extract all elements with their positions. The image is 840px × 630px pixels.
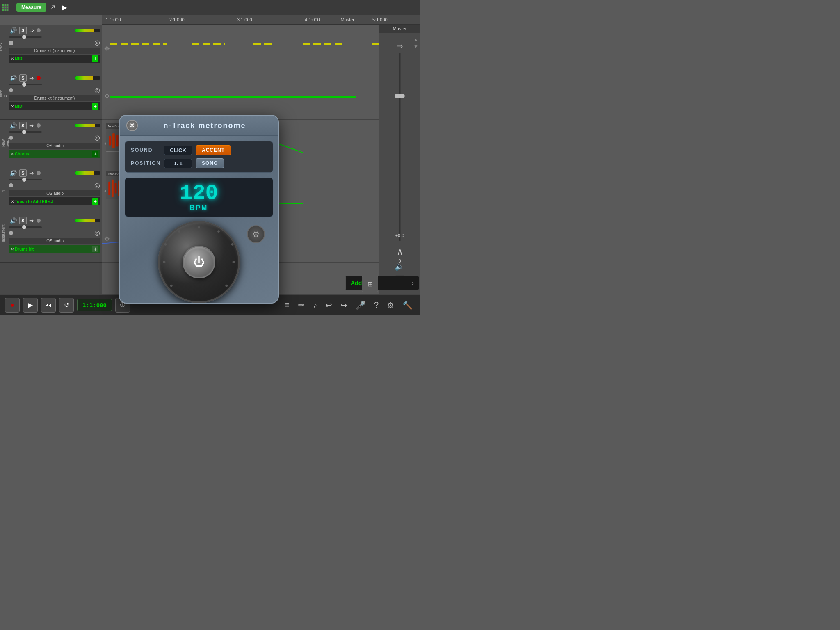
track-5-instrument[interactable]: iOS audio xyxy=(9,238,100,244)
master-db-label: +0.0 xyxy=(379,233,420,238)
metro-position-value[interactable]: 1. 1 xyxy=(164,159,192,168)
track-5-send[interactable]: ⇒ xyxy=(28,217,35,225)
track-2-label: Track 2 xyxy=(0,93,7,99)
track-4-send[interactable]: ⇒ xyxy=(28,169,35,177)
svg-point-53 xyxy=(163,261,166,263)
speaker-icon[interactable]: 🔈 xyxy=(395,261,405,271)
svg-rect-27 xyxy=(108,182,110,195)
rewind-button[interactable]: ⏮ xyxy=(41,298,56,313)
track-1-x[interactable]: ✕ xyxy=(11,57,14,61)
track-3-meter xyxy=(75,124,100,127)
loop-button[interactable]: ↺ xyxy=(59,298,74,313)
track-3-pan-knob[interactable]: ◎ xyxy=(94,134,100,142)
record-button[interactable]: ● xyxy=(5,298,20,313)
track-4-instrument[interactable]: iOS audio xyxy=(9,190,100,196)
track-5-mute[interactable]: 🔊 xyxy=(9,217,18,225)
master-fader-thumb[interactable] xyxy=(395,94,404,98)
track-1-midi-label: MIDI xyxy=(15,57,23,61)
svg-rect-2 xyxy=(112,133,115,148)
track-2-pan-knob[interactable]: ◎ xyxy=(94,86,100,94)
track-2-x[interactable]: ✕ xyxy=(11,104,14,109)
track-1-mute[interactable]: 🔊 xyxy=(9,26,18,34)
track-2-send[interactable]: ⇒ xyxy=(28,74,35,82)
note-icon[interactable]: ♪ xyxy=(313,300,317,310)
scroll-down-btn[interactable]: ▼ xyxy=(413,43,418,49)
track-1-label: Track 4 xyxy=(0,45,7,52)
tune-icon[interactable]: ∧ xyxy=(397,247,403,257)
metro-gear-button[interactable]: ⚙ xyxy=(247,225,265,243)
track-2-instrument[interactable]: Drums kit (Instrument) xyxy=(9,95,100,101)
track-row-1: ✥ xyxy=(102,25,420,72)
track-2-mute[interactable]: 🔊 xyxy=(9,74,18,82)
track-3-volume[interactable] xyxy=(9,131,42,133)
metro-song-button[interactable]: SONG xyxy=(196,158,224,168)
track-1-add-btn[interactable]: + xyxy=(92,55,98,62)
track-1-clip-1[interactable] xyxy=(110,43,167,45)
edit-icon[interactable]: ✏ xyxy=(298,300,305,310)
metro-accent-button[interactable]: ACCENT xyxy=(196,145,231,155)
track-1-solo[interactable]: S xyxy=(19,27,27,34)
metro-knob-area: ⏻ ⚙ xyxy=(125,221,273,303)
play-button[interactable]: ▶ xyxy=(23,298,38,313)
top-toolbar: Measure ↗ ▶ xyxy=(0,0,420,15)
track-3-fx-label: Chorus xyxy=(15,152,29,156)
scroll-up-btn[interactable]: ▲ xyxy=(413,37,418,43)
track-1-pan-knob[interactable]: ◎ xyxy=(94,39,100,46)
master-route-icon[interactable]: ⇒ xyxy=(396,41,403,51)
help-icon[interactable]: ? xyxy=(374,300,379,310)
track-4-solo[interactable]: S xyxy=(19,169,27,177)
track-2-volume[interactable] xyxy=(9,84,42,85)
track-4-pan-knob[interactable]: ◎ xyxy=(94,181,100,189)
svg-point-54 xyxy=(225,285,228,287)
track-1-clip-2[interactable] xyxy=(192,43,225,45)
track-1-send[interactable]: ⇒ xyxy=(28,26,35,34)
track-list-icon[interactable]: ≡ xyxy=(285,300,290,310)
gear-icon: ⚙ xyxy=(252,229,260,239)
arrow-icon[interactable]: ↗ xyxy=(50,3,56,12)
track-2-clip-green[interactable] xyxy=(110,96,356,98)
track-4-label: 4 xyxy=(1,188,5,194)
svg-point-48 xyxy=(217,230,220,233)
track-3-mute[interactable]: 🔊 xyxy=(9,121,18,130)
track-2-drag-handle: ✥ xyxy=(104,92,110,100)
track-1-drag-handle: ✥ xyxy=(104,44,110,52)
track-5-pan-knob[interactable]: ◎ xyxy=(94,229,100,237)
undo-icon[interactable]: ↩ xyxy=(325,300,332,310)
metro-tempo-knob[interactable]: ⏻ xyxy=(158,221,240,303)
track-2-solo[interactable]: S xyxy=(19,74,27,82)
track-control-2: Track 2 🔊 S ⇒ ◎ Drums xyxy=(0,72,102,120)
add-efx-row[interactable]: Add Efx › xyxy=(346,276,419,290)
track-5-x[interactable]: ✕ xyxy=(11,247,14,251)
metro-sound-value[interactable]: CLICK xyxy=(164,146,192,155)
mic-icon[interactable]: 🎤 xyxy=(356,300,366,310)
play-button[interactable]: ▶ xyxy=(62,3,67,12)
track-3-solo[interactable]: S xyxy=(19,122,27,129)
track-4-mute[interactable]: 🔊 xyxy=(9,169,18,177)
mixer-button[interactable]: ⊞ xyxy=(362,276,378,292)
track-1-instrument[interactable]: Drums kit (Instrument) xyxy=(9,48,100,54)
metro-position-row: POSITION 1. 1 SONG xyxy=(131,158,267,168)
track-3-instrument[interactable]: iOS audio xyxy=(9,143,100,149)
metro-close-button[interactable]: ✕ xyxy=(126,120,138,131)
track-1-clip-3[interactable] xyxy=(253,43,274,45)
track-5-volume[interactable] xyxy=(9,226,42,228)
track-5-add-btn[interactable]: + xyxy=(92,246,98,252)
track-5-solo[interactable]: S xyxy=(19,217,27,224)
track-4-volume[interactable] xyxy=(9,179,42,180)
track-1-volume[interactable] xyxy=(9,36,42,38)
track-2-add-btn[interactable]: + xyxy=(92,103,98,110)
track-4-x[interactable]: ✕ xyxy=(11,199,14,204)
track-3-send[interactable]: ⇒ xyxy=(28,121,35,130)
tools-icon[interactable]: 🔨 xyxy=(402,300,413,310)
measure-button[interactable]: Measure xyxy=(16,3,46,12)
svg-rect-1 xyxy=(109,136,111,145)
timeline-mark-1: 1:1:000 xyxy=(106,17,121,22)
redo-icon[interactable]: ↪ xyxy=(340,300,347,310)
track-1-clip-4[interactable] xyxy=(303,43,344,45)
track-4-add-btn[interactable]: + xyxy=(92,198,98,205)
metro-bpm-number[interactable]: 120 xyxy=(130,183,268,204)
settings-icon[interactable]: ⚙ xyxy=(387,300,394,310)
track-3-x[interactable]: ✕ xyxy=(11,152,14,156)
track-5-fx-label: Drums kit xyxy=(15,247,34,251)
track-3-add-btn[interactable]: + xyxy=(92,151,98,157)
